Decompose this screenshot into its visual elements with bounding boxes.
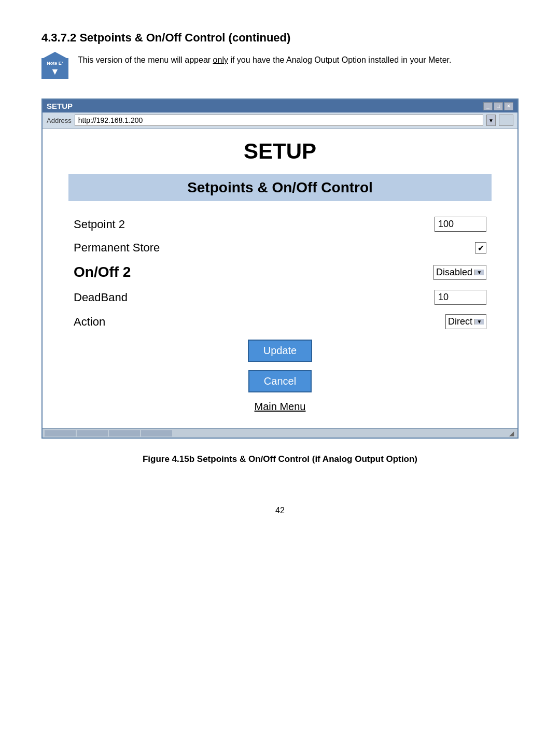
address-go-button[interactable]	[499, 115, 513, 126]
maximize-button[interactable]: □	[494, 102, 503, 110]
browser-titlebar: SETUP _ □ ×	[43, 100, 517, 112]
note-text-part2: if you have the Analog Output Option ins…	[228, 55, 451, 64]
form-row-setpoint2: Setpoint 2	[68, 217, 492, 232]
browser-body: SETUP Setpoints & On/Off Control Setpoin…	[43, 129, 517, 428]
onoff2-value: Disabled	[436, 267, 472, 278]
note-arrow: ▼	[44, 66, 66, 77]
form-row-permanent-store: Permanent Store ✔	[68, 241, 492, 255]
statusbar-seg-4	[141, 430, 172, 437]
form-row-onoff2: On/Off 2 Disabled ▼	[68, 264, 492, 280]
browser-title: SETUP	[47, 102, 73, 110]
action-label: Action	[74, 315, 105, 329]
setup-subtitle-bar: Setpoints & On/Off Control	[68, 174, 492, 201]
form-row-action: Action Direct ▼	[68, 314, 492, 329]
note-block: Note E³ ▼ This version of the menu will …	[41, 54, 519, 83]
browser-statusbar: ◢	[43, 428, 517, 438]
statusbar-segments	[45, 430, 507, 437]
statusbar-seg-3	[109, 430, 140, 437]
figure-caption: Figure 4.15b Setpoints & On/Off Control …	[41, 454, 519, 464]
main-menu-link[interactable]: Main Menu	[255, 401, 306, 413]
note-text: This version of the menu will appear onl…	[78, 54, 451, 66]
cancel-button[interactable]: Cancel	[248, 370, 312, 392]
section-heading: 4.3.7.2 Setpoints & On/Off Control (cont…	[41, 31, 519, 45]
close-button[interactable]: ×	[504, 102, 513, 110]
browser-addressbar: Address ▼	[43, 112, 517, 129]
statusbar-seg-2	[77, 430, 108, 437]
onoff2-select[interactable]: Disabled ▼	[433, 265, 486, 280]
statusbar-seg-1	[45, 430, 76, 437]
buttons-area: Update Cancel Main Menu	[68, 340, 492, 413]
note-text-part1: This version of the menu will appear	[78, 55, 213, 64]
address-input[interactable]	[75, 115, 483, 126]
minimize-button[interactable]: _	[483, 102, 493, 110]
note-icon: Note E³ ▼	[41, 54, 71, 83]
address-label: Address	[47, 117, 72, 124]
browser-window: SETUP _ □ × Address ▼ SETUP Setpoints & …	[41, 98, 519, 439]
page-number: 42	[41, 485, 519, 515]
setup-main-title: SETUP	[68, 139, 492, 164]
note-text-underline: only	[213, 55, 228, 64]
onoff2-dropdown-icon[interactable]: ▼	[474, 270, 484, 275]
note-badge-text: Note E³	[44, 61, 66, 66]
deadband-label: DeadBand	[74, 291, 128, 304]
action-dropdown-icon[interactable]: ▼	[474, 319, 484, 325]
resize-handle[interactable]: ◢	[507, 429, 515, 438]
setpoint2-label: Setpoint 2	[74, 218, 125, 231]
browser-controls: _ □ ×	[483, 102, 513, 110]
permanent-store-label: Permanent Store	[74, 241, 160, 255]
page-content: 4.3.7.2 Setpoints & On/Off Control (cont…	[41, 31, 519, 515]
permanent-store-checkbox[interactable]: ✔	[475, 242, 486, 254]
action-value: Direct	[448, 316, 472, 327]
setpoint2-input[interactable]	[435, 217, 486, 232]
action-select[interactable]: Direct ▼	[445, 314, 486, 329]
onoff2-label: On/Off 2	[74, 264, 131, 280]
form-row-deadband: DeadBand	[68, 290, 492, 305]
update-button[interactable]: Update	[248, 340, 313, 362]
address-dropdown[interactable]: ▼	[486, 115, 496, 126]
deadband-input[interactable]	[435, 290, 486, 305]
